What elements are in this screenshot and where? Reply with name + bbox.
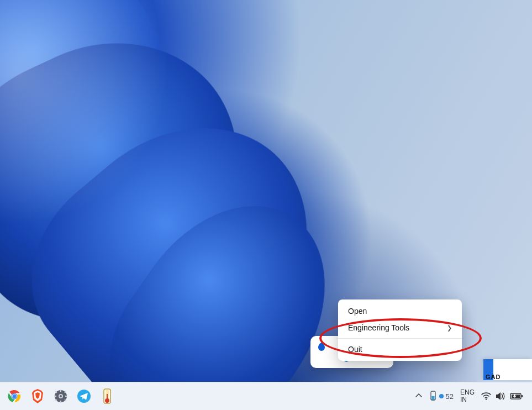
menu-item-label: Open xyxy=(348,307,367,316)
thermometer-icon xyxy=(102,388,113,404)
menu-item-label: Quit xyxy=(348,345,362,354)
telegram-icon xyxy=(77,389,91,403)
brave-icon xyxy=(31,389,44,403)
svg-point-3 xyxy=(13,395,17,398)
svg-rect-24 xyxy=(522,395,523,397)
gear-icon xyxy=(54,389,68,403)
chrome-icon xyxy=(8,390,21,403)
svg-rect-7 xyxy=(60,401,61,403)
menu-separator xyxy=(338,338,462,339)
tray-temperature[interactable]: 52 xyxy=(429,391,454,402)
taskbar-app-core-temp[interactable] xyxy=(99,388,115,404)
battery-temp-icon xyxy=(429,391,437,402)
volume-icon xyxy=(496,392,505,401)
tray-context-menu: Open Engineering Tools ❯ Quit xyxy=(338,299,462,361)
battery-icon xyxy=(510,392,523,400)
menu-item-label: Engineering Tools xyxy=(348,323,409,332)
svg-rect-19 xyxy=(107,394,108,401)
svg-rect-8 xyxy=(54,396,56,397)
taskbar-app-brave[interactable] xyxy=(30,388,45,404)
menu-item-engineering-tools[interactable]: Engineering Tools ❯ xyxy=(338,319,462,336)
taskbar-pinned-area xyxy=(0,388,115,404)
taskbar-app-telegram[interactable] xyxy=(76,388,92,404)
taskbar: 52 ENG IN xyxy=(0,382,532,410)
svg-rect-9 xyxy=(65,396,67,397)
tray-overflow-chevron[interactable] xyxy=(415,392,423,401)
language-secondary: IN xyxy=(460,396,475,403)
chevron-up-icon xyxy=(415,392,423,400)
chevron-right-icon: ❯ xyxy=(447,324,452,332)
svg-rect-6 xyxy=(60,390,61,392)
tray-status-icons[interactable] xyxy=(481,392,523,401)
taskbar-app-settings[interactable] xyxy=(53,388,69,404)
taskbar-app-chrome[interactable] xyxy=(7,388,22,404)
svg-point-22 xyxy=(486,398,487,400)
watermark: GAD xyxy=(483,359,532,380)
taskbar-tray-area: 52 ENG IN xyxy=(415,389,532,403)
wifi-icon xyxy=(481,392,491,400)
tray-language[interactable]: ENG IN xyxy=(460,389,475,403)
status-dot-icon xyxy=(439,394,444,398)
temperature-value: 52 xyxy=(446,392,454,401)
svg-point-14 xyxy=(60,395,62,397)
watermark-text: GAD xyxy=(486,374,501,380)
svg-rect-21 xyxy=(431,396,434,400)
menu-item-quit[interactable]: Quit xyxy=(338,341,462,358)
flame-icon[interactable] xyxy=(317,341,326,365)
menu-item-open[interactable]: Open xyxy=(338,303,462,319)
